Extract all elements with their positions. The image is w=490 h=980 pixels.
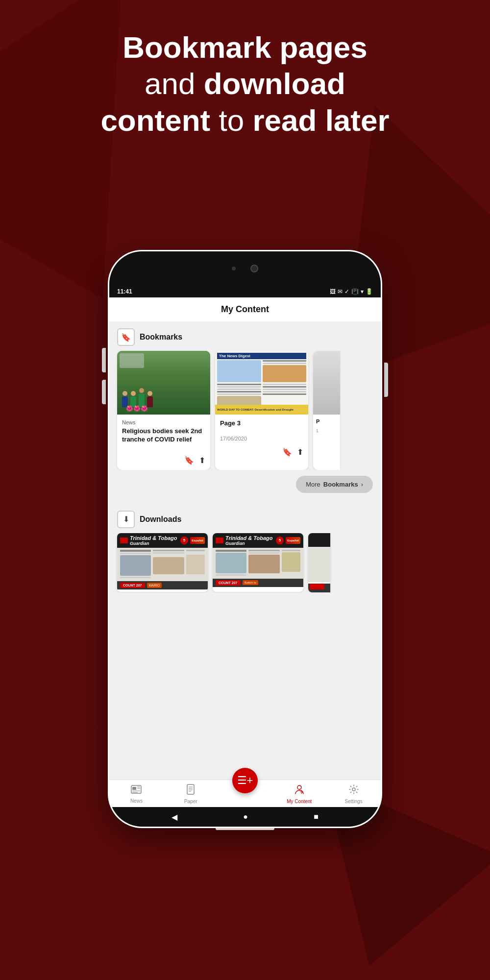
guardian-col-3 bbox=[186, 550, 205, 579]
bookmark-card-2-date: 17/06/2020 bbox=[215, 436, 308, 443]
bookmark-card-2[interactable]: The News Digest bbox=[215, 351, 308, 470]
phone-top-bar bbox=[109, 251, 381, 286]
app-screen: My Content 🔖 Bookmarks bbox=[109, 297, 381, 827]
headline-content: content bbox=[100, 103, 210, 137]
bookmarks-section: 🔖 Bookmarks bbox=[109, 321, 381, 499]
guardian-col-2 bbox=[153, 550, 184, 579]
bookmark-card-1-category: News bbox=[122, 419, 205, 425]
headline-download: download bbox=[204, 67, 345, 100]
settings-icon bbox=[348, 784, 359, 797]
guardian-header-1: Trinidad & Tobago Guardian 5 Español bbox=[117, 533, 208, 548]
fab-icon: ☰+ bbox=[237, 774, 253, 787]
downloads-section: ⬇ Downloads Trinidad & Tobago Guardian bbox=[109, 504, 381, 597]
bookmark-card-2-save-icon[interactable]: 🔖 bbox=[282, 447, 292, 457]
svg-point-11 bbox=[297, 785, 301, 789]
downloads-cards-row: Trinidad & Tobago Guardian 5 Español bbox=[109, 533, 381, 592]
nav-item-news[interactable]: News bbox=[109, 784, 164, 804]
bookmark-card-1-share-icon[interactable]: ⬆ bbox=[199, 456, 205, 465]
bookmarks-title: Bookmarks bbox=[140, 333, 182, 342]
bookmark-card-3-partial: P 1 bbox=[313, 351, 340, 470]
phone-home-indicator bbox=[216, 827, 274, 830]
guardian-col-6 bbox=[282, 550, 300, 577]
nav-item-paper[interactable]: Paper bbox=[164, 784, 218, 804]
phone-camera bbox=[250, 265, 258, 272]
headline-read-later: read later bbox=[252, 103, 389, 137]
power-button bbox=[384, 363, 388, 397]
android-back-button[interactable]: ◀ bbox=[172, 812, 177, 822]
bookmark-card-2-share-icon[interactable]: ⬆ bbox=[297, 447, 303, 457]
scroll-content[interactable]: 🔖 Bookmarks bbox=[109, 321, 381, 780]
guardian-footer-1: COUNT 207 MARIO bbox=[117, 581, 208, 589]
guardian-col-1 bbox=[120, 550, 151, 579]
more-bookmarks-container: More Bookmarks › bbox=[109, 470, 381, 499]
phone-speaker bbox=[232, 267, 236, 270]
guardian-badge-1: 5 bbox=[180, 537, 188, 544]
bookmark-card-1-image: 🌺🌺🌺 bbox=[117, 351, 210, 415]
nav-label-settings: Settings bbox=[345, 799, 363, 804]
bookmark-card-3-date: 1 bbox=[313, 428, 340, 433]
app-header: My Content bbox=[109, 297, 381, 321]
more-bookmarks-label: Bookmarks bbox=[323, 481, 358, 488]
guardian-col-5 bbox=[248, 550, 279, 577]
guardian-partial-body bbox=[308, 547, 330, 582]
android-nav-bar: ◀ ● ■ bbox=[109, 807, 381, 827]
guardian-partial-header bbox=[308, 533, 330, 547]
guardian-partial-footer bbox=[308, 584, 330, 592]
espanol-badge-2: Español bbox=[286, 537, 300, 544]
guardian-title-1: Trinidad & Tobago bbox=[130, 535, 177, 541]
downloads-title: Downloads bbox=[140, 515, 181, 524]
guardian-title-2: Trinidad & Tobago bbox=[225, 535, 273, 541]
guardian-badge-2: 5 bbox=[276, 537, 284, 544]
download-card-3-partial bbox=[308, 533, 330, 592]
download-icon: ⬇ bbox=[117, 511, 135, 528]
guardian-flag-1 bbox=[120, 538, 128, 543]
vibrate-icon: 📳 bbox=[351, 288, 359, 295]
nav-item-my-content[interactable]: My Content bbox=[272, 784, 326, 804]
newspaper-image: The News Digest bbox=[215, 351, 308, 415]
bookmark-card-2-actions: 🔖 ⬆ bbox=[215, 443, 308, 462]
battery-icon: 🔋 bbox=[366, 288, 373, 295]
bookmark-card-1-actions: 🔖 ⬆ bbox=[117, 452, 210, 470]
android-recent-button[interactable]: ■ bbox=[314, 812, 318, 821]
more-bookmarks-button[interactable]: More Bookmarks › bbox=[296, 476, 373, 493]
download-card-2[interactable]: Trinidad & Tobago Guardian 5 Español bbox=[213, 533, 303, 592]
phone-screen: 11:41 🖼 ✉ ✓ 📳 ▾ 🔋 My Content 🔖 bbox=[108, 250, 382, 828]
downloads-header: ⬇ Downloads bbox=[109, 504, 381, 533]
bookmark-card-1[interactable]: 🌺🌺🌺 News Religious bodies seek 2nd tranc… bbox=[117, 351, 210, 470]
svg-rect-6 bbox=[187, 784, 194, 794]
gmail-icon: ✉ bbox=[338, 288, 343, 295]
nav-item-settings[interactable]: Settings bbox=[326, 784, 381, 804]
status-icons: 🖼 ✉ ✓ 📳 ▾ 🔋 bbox=[330, 288, 373, 295]
wifi-icon: ▾ bbox=[361, 288, 364, 295]
android-home-button[interactable]: ● bbox=[243, 812, 248, 821]
news-icon bbox=[131, 784, 142, 797]
count-badge-2: COUNT 207 bbox=[216, 580, 241, 586]
count-badge-1: COUNT 207 bbox=[120, 583, 145, 588]
guardian-body-1 bbox=[117, 548, 208, 581]
bookmarks-cards-row: 🌺🌺🌺 News Religious bodies seek 2nd tranc… bbox=[109, 351, 381, 470]
nav-label-my-content: My Content bbox=[287, 799, 312, 804]
news-image-1: 🌺🌺🌺 bbox=[117, 351, 210, 415]
bookmark-card-1-headline: Religious bodies seek 2nd tranche of COV… bbox=[122, 427, 205, 444]
bookmark-card-2-headline: Page 3 bbox=[220, 419, 303, 428]
guardian-partial-badge bbox=[310, 584, 324, 589]
nav-label-paper: Paper bbox=[184, 799, 197, 804]
bookmark-card-2-image: The News Digest bbox=[215, 351, 308, 415]
mario-badge-1: MARIO bbox=[147, 583, 162, 588]
fab-button[interactable]: ☰+ bbox=[232, 768, 258, 793]
paper-icon bbox=[186, 784, 195, 797]
headline-to: to bbox=[219, 103, 245, 137]
status-bar: 11:41 🖼 ✉ ✓ 📳 ▾ 🔋 bbox=[109, 286, 381, 297]
app-header-title: My Content bbox=[221, 304, 269, 314]
bookmark-card-1-save-icon[interactable]: 🔖 bbox=[184, 456, 194, 465]
check-icon: ✓ bbox=[344, 288, 349, 295]
guardian-name-1: Guardian bbox=[130, 541, 177, 546]
bottom-navigation: ☰+ News bbox=[109, 780, 381, 807]
bookmark-icon: 🔖 bbox=[117, 328, 135, 346]
volume-up-button bbox=[102, 348, 106, 372]
nav-label-news: News bbox=[130, 798, 143, 804]
guardian-footer-2: COUNT 207 Switch to bbox=[213, 579, 303, 587]
download-card-1[interactable]: Trinidad & Tobago Guardian 5 Español bbox=[117, 533, 208, 592]
svg-rect-1 bbox=[132, 787, 136, 790]
switch-badge: Switch to bbox=[243, 580, 258, 585]
